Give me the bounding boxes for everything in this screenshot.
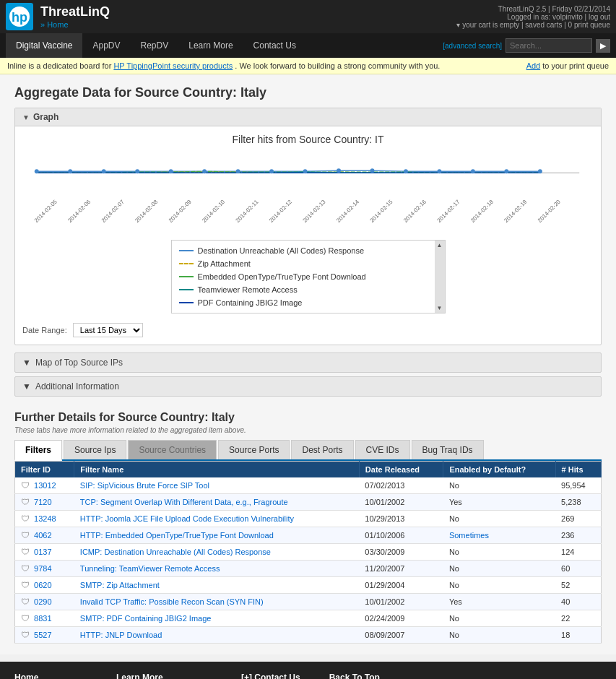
svg-text:2014-02-14: 2014-02-14 bbox=[335, 199, 360, 224]
cell-filter-name-2: HTTP: Joomla JCE File Upload Code Execut… bbox=[74, 511, 360, 527]
svg-point-18 bbox=[538, 169, 542, 173]
additional-section-header[interactable]: ▼ Additional Information bbox=[14, 376, 602, 397]
footer-col-contact: [+] Contact Us bbox=[241, 672, 300, 679]
table-row: 🛡 13012 SIP: SipVicious Brute Force SIP … bbox=[15, 477, 602, 494]
banner-right-text: to your print queue bbox=[542, 61, 609, 70]
nav-appdv[interactable]: AppDV bbox=[82, 33, 130, 58]
nav-learn-more[interactable]: Learn More bbox=[178, 33, 243, 58]
scrollbar-up-icon: ▲ bbox=[437, 242, 443, 248]
footer-back-to-top-heading[interactable]: Back To Top bbox=[329, 672, 380, 679]
svg-text:2014-02-06: 2014-02-06 bbox=[66, 199, 92, 224]
svg-point-10 bbox=[269, 169, 274, 173]
filter-name-link-4[interactable]: ICMP: Destination Unreachable (All Codes… bbox=[80, 548, 271, 556]
legend-line-1 bbox=[179, 263, 194, 264]
add-print-queue-link[interactable]: Add bbox=[526, 61, 541, 70]
filter-name-link-7[interactable]: Invalid TCP Traffic: Possible Recon Scan… bbox=[80, 597, 264, 606]
svg-point-15 bbox=[437, 169, 441, 173]
legend-line-4 bbox=[179, 302, 194, 303]
cell-enabled-8: No bbox=[443, 610, 555, 627]
filter-id-link-0[interactable]: 13012 bbox=[34, 481, 56, 490]
filter-name-link-8[interactable]: SMTP: PDF Containing JBIG2 Image bbox=[80, 614, 212, 623]
date-range-label: Date Range: bbox=[22, 326, 67, 334]
tab-bug-traq-ids[interactable]: Bug Traq IDs bbox=[412, 440, 484, 459]
filter-name-link-2[interactable]: HTTP: Joomla JCE File Upload Code Execut… bbox=[80, 514, 294, 523]
cell-filter-name-6: SMTP: Zip Attachment bbox=[74, 577, 360, 594]
nav-items: Digital Vaccine AppDV RepDV Learn More C… bbox=[6, 33, 306, 58]
filter-id-link-1[interactable]: 7120 bbox=[34, 498, 51, 506]
filter-name-link-1[interactable]: TCP: Segment Overlap With Different Data… bbox=[80, 498, 288, 506]
cell-filter-id-0: 🛡 13012 bbox=[15, 477, 74, 494]
map-section-header[interactable]: ▼ Map of Top Source IPs bbox=[14, 353, 602, 373]
filter-id-link-9[interactable]: 5527 bbox=[34, 631, 51, 639]
cell-enabled-1: Yes bbox=[443, 494, 555, 511]
chart-svg: 2014-02-05 2014-02-06 2014-02-07 2014-02… bbox=[22, 151, 594, 230]
filter-id-link-6[interactable]: 0620 bbox=[34, 581, 51, 589]
tab-dest-ports[interactable]: Dest Ports bbox=[291, 440, 353, 459]
shield-icon-2: 🛡 bbox=[21, 514, 30, 524]
svg-text:2014-02-09: 2014-02-09 bbox=[168, 199, 193, 224]
legend-scrollbar[interactable]: ▲ ▼ bbox=[435, 241, 445, 313]
cell-hits-6: 52 bbox=[555, 577, 601, 594]
search-input[interactable] bbox=[506, 38, 592, 53]
filter-id-link-7[interactable]: 0290 bbox=[34, 597, 51, 606]
further-details-subtitle: These tabs have more information related… bbox=[14, 426, 602, 434]
further-details-title: Further Details for Source Country: Ital… bbox=[14, 411, 602, 424]
col-hits: # Hits bbox=[555, 462, 601, 478]
graph-section-header[interactable]: ▼ Graph bbox=[15, 108, 601, 126]
col-enabled-by-default: Enabled by Default? bbox=[443, 462, 555, 478]
svg-text:2014-02-18: 2014-02-18 bbox=[469, 199, 495, 224]
svg-point-14 bbox=[404, 169, 408, 173]
filter-id-link-8[interactable]: 8831 bbox=[34, 614, 51, 623]
table-row: 🛡 0290 Invalid TCP Traffic: Possible Rec… bbox=[15, 594, 602, 610]
footer-home-heading: Home bbox=[14, 672, 87, 679]
svg-text:hp: hp bbox=[12, 10, 27, 25]
cart-info: ▾ your cart is empty | saved carts | 0 p… bbox=[456, 21, 610, 29]
home-link[interactable]: » Home bbox=[40, 20, 69, 29]
cell-enabled-6: No bbox=[443, 577, 555, 594]
nav-repdv[interactable]: RepDV bbox=[131, 33, 179, 58]
table-row: 🛡 13248 HTTP: Joomla JCE File Upload Cod… bbox=[15, 511, 602, 527]
filter-name-link-9[interactable]: HTTP: JNLP Download bbox=[80, 631, 162, 639]
page-title: Aggregate Data for Source Country: Italy bbox=[14, 85, 602, 100]
filter-id-link-3[interactable]: 4062 bbox=[34, 531, 51, 540]
filter-id-link-5[interactable]: 9784 bbox=[34, 564, 51, 573]
nav-digital-vaccine[interactable]: Digital Vaccine bbox=[6, 33, 82, 58]
svg-point-16 bbox=[471, 169, 475, 173]
filter-id-link-2[interactable]: 13248 bbox=[34, 514, 56, 523]
filter-name-link-6[interactable]: SMTP: Zip Attachment bbox=[80, 581, 160, 589]
svg-text:2014-02-20: 2014-02-20 bbox=[537, 199, 562, 224]
filter-name-link-0[interactable]: SIP: SipVicious Brute Force SIP Tool bbox=[80, 481, 209, 490]
cell-hits-4: 124 bbox=[555, 544, 601, 561]
date-range-select[interactable]: Last 15 Days Last 30 Days Last 60 Days L… bbox=[73, 323, 143, 337]
legend-label-1: Zip Attachment bbox=[198, 259, 251, 268]
filter-id-link-4[interactable]: 0137 bbox=[34, 548, 51, 556]
svg-point-4 bbox=[68, 169, 72, 173]
svg-text:2014-02-11: 2014-02-11 bbox=[235, 199, 260, 224]
cell-filter-id-2: 🛡 13248 bbox=[15, 511, 74, 527]
tab-cve-ids[interactable]: CVE IDs bbox=[355, 440, 410, 459]
shield-icon-0: 🛡 bbox=[21, 480, 30, 490]
cell-date-5: 11/20/2007 bbox=[359, 561, 443, 577]
enabled-value-0: No bbox=[449, 481, 459, 490]
footer-col-home: Home Top Attacks Top Attack Sources Top … bbox=[14, 672, 87, 679]
cell-filter-name-8: SMTP: PDF Containing JBIG2 Image bbox=[74, 610, 360, 627]
nav-contact-us[interactable]: Contact Us bbox=[243, 33, 306, 58]
cell-filter-name-0: SIP: SipVicious Brute Force SIP Tool bbox=[74, 477, 360, 494]
tab-source-countries[interactable]: Source Countries bbox=[128, 440, 217, 459]
map-section-label: Map of Top Source IPs bbox=[35, 358, 123, 368]
svg-text:2014-02-16: 2014-02-16 bbox=[402, 199, 428, 224]
filter-name-link-5[interactable]: Tunneling: TeamViewer Remote Access bbox=[80, 564, 220, 573]
footer: Home Top Attacks Top Attack Sources Top … bbox=[0, 662, 616, 679]
tab-source-ports[interactable]: Source Ports bbox=[218, 440, 290, 459]
tab-filters[interactable]: Filters bbox=[14, 440, 62, 461]
table-row: 🛡 4062 HTTP: Embedded OpenType/TrueType … bbox=[15, 527, 602, 544]
advanced-search-link[interactable]: [advanced search] bbox=[443, 42, 502, 50]
banner-link[interactable]: HP TippingPoint security products bbox=[113, 61, 233, 70]
search-button[interactable]: ▶ bbox=[596, 39, 610, 53]
enabled-link-3[interactable]: Sometimes bbox=[449, 531, 489, 540]
cell-date-2: 10/29/2013 bbox=[359, 511, 443, 527]
filter-name-link-3[interactable]: HTTP: Embedded OpenType/TrueType Font Do… bbox=[80, 531, 274, 540]
cell-filter-name-3: HTTP: Embedded OpenType/TrueType Font Do… bbox=[74, 527, 360, 544]
svg-point-12 bbox=[337, 168, 341, 173]
tab-source-ips[interactable]: Source Ips bbox=[64, 440, 126, 459]
